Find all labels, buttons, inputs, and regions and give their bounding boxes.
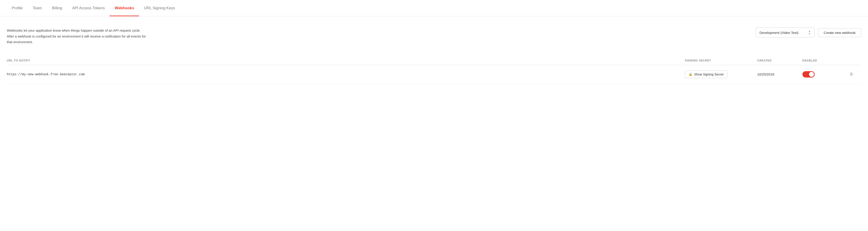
select-arrows-icon: ▲ ▼ bbox=[808, 30, 811, 35]
webhook-url: https://my-new-webhook.free.beeceptor.co… bbox=[7, 72, 685, 76]
webhook-enabled-cell bbox=[802, 71, 848, 77]
signing-secret-button-label: Show Signing Secret bbox=[694, 72, 723, 76]
nav-item-url-signing-keys[interactable]: URL Signing Keys bbox=[139, 0, 180, 16]
signing-secret-cell: 🔒 Show Signing Secret bbox=[685, 70, 757, 78]
lock-icon: 🔒 bbox=[689, 72, 692, 76]
nav-item-webhooks[interactable]: Webhooks bbox=[110, 0, 139, 16]
webhook-created-date: 10/25/2018 bbox=[757, 72, 802, 76]
column-header-signing-secret: SIGNING SECRET bbox=[685, 59, 757, 62]
column-header-actions bbox=[848, 59, 861, 62]
create-webhook-button[interactable]: Create new webhook bbox=[818, 28, 861, 37]
description-text: Webhooks let your application know when … bbox=[7, 28, 147, 45]
environment-select-value: Development (Video Test) bbox=[760, 31, 798, 35]
trash-icon: 🗑 bbox=[849, 72, 854, 77]
nav-item-api-access-tokens[interactable]: API Access Tokens bbox=[67, 0, 110, 16]
environment-select[interactable]: Development (Video Test) ▲ ▼ bbox=[756, 28, 814, 37]
table-row: https://my-new-webhook.free.beeceptor.co… bbox=[7, 65, 861, 84]
column-header-url: URL TO NOTIFY bbox=[7, 59, 685, 62]
top-section: Webhooks let your application know when … bbox=[7, 28, 861, 45]
column-header-enabled: ENABLED bbox=[802, 59, 848, 62]
column-header-created: CREATED bbox=[757, 59, 802, 62]
toggle-track bbox=[802, 71, 815, 77]
nav-item-team[interactable]: Team bbox=[28, 0, 47, 16]
nav-item-profile[interactable]: Profile bbox=[7, 0, 28, 16]
nav-item-billing[interactable]: Billing bbox=[47, 0, 67, 16]
enabled-toggle[interactable] bbox=[802, 71, 815, 77]
show-signing-secret-button[interactable]: 🔒 Show Signing Secret bbox=[685, 70, 727, 78]
toggle-thumb bbox=[809, 72, 814, 77]
table-header: URL TO NOTIFY SIGNING SECRET CREATED ENA… bbox=[7, 56, 861, 65]
right-controls: Development (Video Test) ▲ ▼ Create new … bbox=[756, 28, 861, 37]
webhook-actions-cell: 🗑 bbox=[848, 71, 861, 77]
main-content: Webhooks let your application know when … bbox=[0, 16, 868, 91]
webhooks-table: URL TO NOTIFY SIGNING SECRET CREATED ENA… bbox=[7, 56, 861, 84]
nav-bar: Profile Team Billing API Access Tokens W… bbox=[0, 0, 868, 16]
delete-webhook-button[interactable]: 🗑 bbox=[848, 71, 855, 77]
